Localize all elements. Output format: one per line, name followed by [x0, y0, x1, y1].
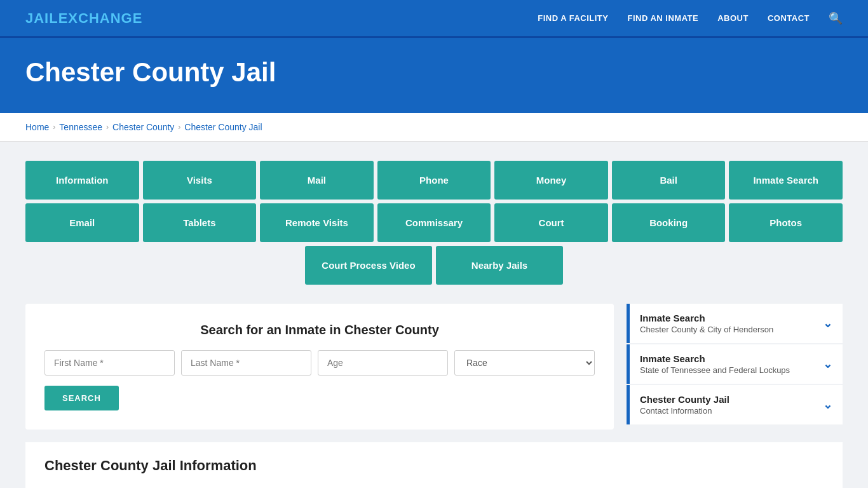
- search-button[interactable]: SEARCH: [44, 386, 119, 410]
- race-select[interactable]: Race White Black Hispanic Asian Other: [454, 350, 595, 376]
- logo-exchange: EXCHANGE: [58, 10, 143, 26]
- nav-contact[interactable]: CONTACT: [768, 13, 810, 23]
- sidebar-panel-0-title: Inmate Search: [640, 313, 773, 323]
- content-row: Search for an Inmate in Chester County R…: [25, 304, 843, 430]
- tab-visits[interactable]: Visits: [143, 161, 257, 200]
- tab-money[interactable]: Money: [494, 161, 608, 200]
- chevron-down-icon-0: ⌄: [823, 316, 832, 330]
- page-title: Chester County Jail: [25, 57, 843, 88]
- info-row: Chester County Jail Information: [25, 430, 843, 488]
- tab-phone[interactable]: Phone: [377, 161, 491, 200]
- main-content: Information Visits Mail Phone Money Bail…: [0, 142, 868, 488]
- breadcrumb-current: Chester County Jail: [184, 122, 262, 132]
- tabs-row-3: Court Process Video Nearby Jails: [25, 246, 843, 285]
- sidebar-panel-1-subtitle: State of Tennessee and Federal Lockups: [640, 365, 790, 375]
- sidebar: Inmate Search Chester County & City of H…: [627, 304, 843, 426]
- logo-jail: JAIL: [25, 10, 58, 26]
- search-icon[interactable]: 🔍: [829, 11, 843, 25]
- main-nav: FIND A FACILITY FIND AN INMATE ABOUT CON…: [538, 11, 843, 25]
- chevron-down-icon-1: ⌄: [823, 357, 832, 371]
- tab-commissary[interactable]: Commissary: [377, 203, 491, 242]
- site-logo[interactable]: JAILEXCHANGE: [25, 10, 142, 27]
- info-title: Chester County Jail Information: [44, 458, 824, 474]
- info-section: Chester County Jail Information: [25, 442, 843, 488]
- breadcrumb-home[interactable]: Home: [25, 122, 49, 132]
- tab-inmate-search[interactable]: Inmate Search: [729, 161, 843, 200]
- sidebar-panel-2: Chester County Jail Contact Information …: [627, 385, 843, 424]
- nav-find-inmate[interactable]: FIND AN INMATE: [627, 13, 698, 23]
- tab-photos[interactable]: Photos: [729, 203, 843, 242]
- sidebar-panel-0-subtitle: Chester County & City of Henderson: [640, 325, 773, 334]
- tabs-row-1: Information Visits Mail Phone Money Bail…: [25, 161, 843, 200]
- search-title: Search for an Inmate in Chester County: [44, 323, 595, 337]
- sidebar-panel-1-header[interactable]: Inmate Search State of Tennessee and Fed…: [630, 344, 843, 384]
- breadcrumb-sep-2: ›: [106, 123, 109, 132]
- breadcrumb: Home › Tennessee › Chester County › Ches…: [25, 122, 843, 132]
- sidebar-panel-2-header[interactable]: Chester County Jail Contact Information …: [630, 385, 843, 424]
- site-header: JAILEXCHANGE FIND A FACILITY FIND AN INM…: [0, 0, 868, 38]
- tab-email[interactable]: Email: [25, 203, 139, 242]
- breadcrumb-bar: Home › Tennessee › Chester County › Ches…: [0, 113, 868, 142]
- inmate-search-box: Search for an Inmate in Chester County R…: [25, 304, 614, 430]
- search-fields: Race White Black Hispanic Asian Other: [44, 350, 595, 376]
- tab-booking[interactable]: Booking: [612, 203, 726, 242]
- first-name-input[interactable]: [44, 350, 175, 376]
- sidebar-panel-1: Inmate Search State of Tennessee and Fed…: [627, 344, 843, 384]
- sidebar-panel-1-text: Inmate Search State of Tennessee and Fed…: [640, 353, 790, 375]
- tab-court[interactable]: Court: [494, 203, 608, 242]
- nav-about[interactable]: ABOUT: [717, 13, 749, 23]
- age-input[interactable]: [318, 350, 448, 376]
- tab-nearby-jails[interactable]: Nearby Jails: [436, 246, 563, 285]
- sidebar-panel-2-title: Chester County Jail: [640, 394, 729, 405]
- tab-court-process-video[interactable]: Court Process Video: [305, 246, 432, 285]
- nav-find-facility[interactable]: FIND A FACILITY: [538, 13, 608, 23]
- sidebar-panel-2-subtitle: Contact Information: [640, 406, 729, 416]
- sidebar-panel-1-title: Inmate Search: [640, 353, 790, 364]
- breadcrumb-tennessee[interactable]: Tennessee: [59, 122, 102, 132]
- breadcrumb-sep-1: ›: [53, 123, 55, 132]
- sidebar-panel-2-text: Chester County Jail Contact Information: [640, 394, 729, 416]
- tabs-row-2: Email Tablets Remote Visits Commissary C…: [25, 203, 843, 242]
- hero-section: Chester County Jail: [0, 38, 868, 113]
- sidebar-panel-0-header[interactable]: Inmate Search Chester County & City of H…: [630, 304, 843, 343]
- sidebar-panel-0-text: Inmate Search Chester County & City of H…: [640, 313, 773, 334]
- tab-information[interactable]: Information: [25, 161, 139, 200]
- tab-mail[interactable]: Mail: [260, 161, 374, 200]
- last-name-input[interactable]: [181, 350, 311, 376]
- tab-remote-visits[interactable]: Remote Visits: [260, 203, 374, 242]
- chevron-down-icon-2: ⌄: [823, 398, 832, 412]
- breadcrumb-sep-3: ›: [178, 123, 180, 132]
- sidebar-panel-0: Inmate Search Chester County & City of H…: [627, 304, 843, 343]
- breadcrumb-chester-county[interactable]: Chester County: [112, 122, 174, 132]
- tab-tablets[interactable]: Tablets: [143, 203, 257, 242]
- tab-bail[interactable]: Bail: [612, 161, 726, 200]
